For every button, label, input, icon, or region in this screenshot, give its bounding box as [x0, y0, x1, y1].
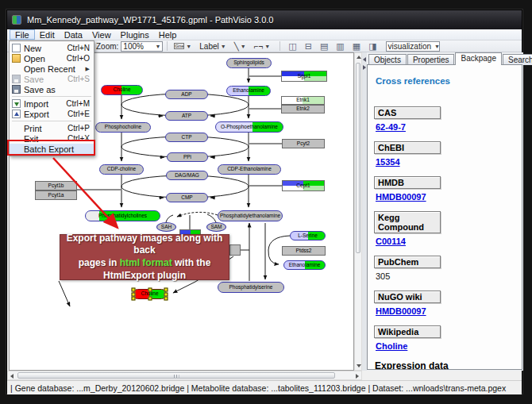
selection-handle[interactable]	[132, 292, 136, 296]
pathway-node-adp[interactable]: ADP	[165, 90, 208, 99]
vertical-scroll-thumb[interactable]	[356, 63, 360, 253]
shortcut-label: Ctrl+X	[67, 134, 90, 143]
file-menu-item-save[interactable]: SaveCtrl+S	[10, 74, 94, 84]
pathway-node-phosphatidylethanolamine[interactable]: Phosphatidylethanolamine	[218, 210, 283, 221]
menu-file[interactable]: File	[10, 29, 35, 40]
pathway-node-sphingolipids[interactable]: Sphingolipids	[226, 58, 272, 68]
stack-vertical-icon[interactable]: ▦	[353, 41, 360, 51]
canvas-horizontal-scrollbar[interactable]	[7, 371, 362, 380]
menu-data[interactable]: Data	[60, 29, 87, 40]
xref-link-nugo-wiki[interactable]: HMDB00097	[376, 306, 426, 316]
file-menu-item-import[interactable]: ImportCtrl+M	[10, 98, 94, 109]
title-bar[interactable]: Mm_Kennedy_pathway_WP1771_45176.gpml - P…	[7, 10, 522, 29]
file-menu-item-label: Print	[24, 124, 61, 133]
pathway-node-cept1[interactable]: Cept1	[282, 180, 325, 191]
zoom-combobox[interactable]: 100% ▼	[121, 41, 163, 52]
xref-link-cas[interactable]: 62-49-7	[376, 122, 406, 132]
pathway-node-pcyt1b[interactable]: Pcyt1b	[35, 181, 77, 190]
horizontal-scroll-thumb[interactable]	[17, 372, 335, 379]
scroll-down-icon[interactable]	[357, 364, 361, 367]
file-menu-item-new[interactable]: NewCtrl+N	[10, 43, 94, 53]
pathway-node-ctp[interactable]: CTP	[165, 133, 208, 142]
xref-link-hmdb[interactable]: HMDB00097	[376, 192, 426, 202]
tab-search[interactable]: Search	[503, 54, 532, 65]
scroll-right-icon[interactable]	[356, 374, 359, 379]
menu-plugins[interactable]: Plugins	[116, 29, 154, 40]
collapse-left-icon[interactable]	[363, 57, 366, 62]
pathway-node-ethanolamine-top[interactable]: Ethanolamine	[226, 86, 271, 96]
selection-handle[interactable]	[164, 288, 168, 292]
pathway-node-choline-selected[interactable]: Choline	[133, 289, 167, 299]
node-label: Etnk2	[296, 106, 310, 112]
file-menu-item-open-recent[interactable]: Open Recent▶	[10, 63, 94, 74]
visualization-combobox[interactable]: visualization ▼	[386, 41, 440, 52]
zoom-value: 100%	[123, 42, 144, 51]
tab-properties[interactable]: Properties	[407, 54, 455, 65]
pathway-node-atp[interactable]: ATP	[165, 111, 208, 121]
pathway-node-pcyt1a[interactable]: Pcyt1a	[35, 190, 77, 200]
tab-objects[interactable]: Objects	[368, 54, 407, 65]
tab-backpage[interactable]: Backpage	[455, 52, 501, 65]
pathway-node-etnk1[interactable]: Etnk1	[281, 96, 325, 105]
pathway-node-phosphatidylcholines[interactable]: Phosphatidylcholines	[85, 210, 160, 221]
file-menu-item-open[interactable]: OpenCtrl+O	[10, 53, 94, 63]
add-label-button[interactable]: Label ▼	[197, 41, 228, 52]
xref-link-wikipedia[interactable]: Choline	[376, 341, 407, 351]
common-height-icon[interactable]: ▥	[336, 41, 344, 51]
collapse-right-icon[interactable]	[363, 65, 366, 70]
pathway-node-sgpl1[interactable]: Sgpl1	[281, 71, 327, 82]
pathway-node-dag-mag[interactable]: DAG/MAG	[166, 171, 208, 180]
file-menu-item-export[interactable]: ExportCtrl+E	[10, 109, 94, 119]
pathway-node-phosphocholine[interactable]: Phosphocholine	[95, 122, 151, 133]
pathway-node-sam[interactable]: SAM	[206, 222, 226, 232]
canvas-vertical-scrollbar[interactable]	[354, 52, 362, 371]
file-menu-item-save-as[interactable]: Save as	[10, 84, 94, 94]
pathway-node-phosphatidylserine[interactable]: Phosphatidylserine	[218, 282, 284, 293]
menu-help[interactable]: Help	[154, 29, 182, 40]
window-title: Mm_Kennedy_pathway_WP1771_45176.gpml - P…	[27, 15, 273, 25]
pathway-node-ptdss1-partial[interactable]	[229, 244, 241, 256]
file-menu-item-label: Save	[24, 75, 61, 84]
pathway-node-o-phosphoethanolamine[interactable]: O-Phosphoethanolamine	[215, 121, 283, 133]
file-menu-item-exit[interactable]: ExitCtrl+X	[10, 133, 94, 144]
selection-handle[interactable]	[148, 297, 152, 301]
common-width-icon[interactable]: ▤	[320, 41, 328, 51]
pathway-node-pcyt2[interactable]: Pcyt2	[282, 139, 325, 148]
pathway-node-ppi[interactable]: PPi	[167, 152, 208, 162]
node-label: ATP	[182, 114, 191, 119]
pathway-node-cdp-choline[interactable]: CDP-choline	[99, 164, 144, 175]
pathway-node-etnk2[interactable]: Etnk2	[281, 105, 325, 114]
node-label: SAM	[210, 225, 222, 230]
pathway-node-cdp-ethanolamine[interactable]: CDP-Ethanolamine	[218, 164, 281, 175]
scroll-up-icon[interactable]	[357, 56, 361, 59]
scroll-left-icon[interactable]	[10, 374, 13, 379]
add-datanode-button[interactable]: Gne ▼	[172, 41, 194, 52]
selection-handle[interactable]	[132, 297, 136, 301]
pathway-node-cmp[interactable]: CMP	[166, 193, 208, 202]
file-menu-item-label: Exit	[24, 134, 61, 144]
stack-horizontal-icon[interactable]: ◨	[368, 41, 376, 51]
selection-handle[interactable]	[148, 288, 152, 292]
menu-edit[interactable]: Edit	[35, 29, 60, 40]
node-label: Pcyt2	[297, 141, 310, 147]
xref-link-kegg-compound[interactable]: C00114	[376, 237, 406, 246]
selection-handle[interactable]	[164, 292, 168, 296]
pathway-node-ethanolamine-bottom[interactable]: Ethanolamine	[283, 260, 326, 270]
align-center-horizontal-icon[interactable]: ◫	[288, 41, 296, 51]
menu-view[interactable]: View	[87, 29, 116, 40]
pathway-node-ptdss2[interactable]: Ptdss2	[282, 246, 326, 256]
selection-handle[interactable]	[132, 288, 136, 292]
file-menu-item-print[interactable]: PrintCtrl+P	[10, 123, 94, 133]
node-label: Pcyt1b	[48, 183, 64, 189]
pathway-node-sah[interactable]: SAH	[156, 222, 176, 232]
draw-line-button[interactable]: ╲ ▼	[232, 41, 249, 52]
callout-line: pages in html format with the	[62, 257, 227, 270]
align-center-vertical-icon[interactable]: ⊟	[305, 41, 312, 51]
pathway-node-l-serine[interactable]: L-Serine	[290, 231, 326, 240]
selection-handle[interactable]	[164, 297, 168, 301]
pathway-node-choline-top[interactable]: Choline	[101, 85, 143, 95]
node-label: DAG/MAG	[175, 173, 199, 179]
draw-shape-button[interactable]: ⌐¬ ▼	[252, 41, 273, 52]
file-menu-item-batch-export[interactable]: Batch Export	[10, 144, 94, 154]
xref-link-chebi[interactable]: 15354	[376, 157, 400, 167]
